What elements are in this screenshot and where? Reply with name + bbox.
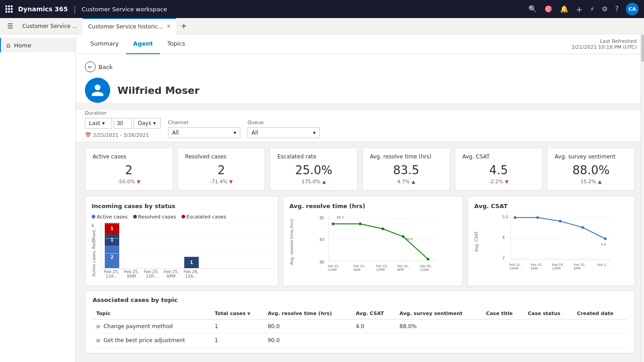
tab-customer-service[interactable]: Customer Service ... xyxy=(17,18,83,34)
svg-text:12AM: 12AM xyxy=(327,268,336,272)
duration-filter: Duration Last ▾ Days ▾ 📅 2/25/2021 - 3/2… xyxy=(85,110,161,138)
col-created-date: Created date xyxy=(574,308,628,320)
resolve-y-label: Avg. resolve time (hrs) xyxy=(289,214,299,269)
cell-sentiment-0: 88.0% xyxy=(396,320,483,334)
svg-point-36 xyxy=(582,226,584,229)
scrollbar-thumb[interactable] xyxy=(641,35,644,62)
chevron-down-icon: ▾ xyxy=(313,130,316,136)
tab-topics[interactable]: Topics xyxy=(160,34,192,54)
col-avg-sentiment: Avg. survey sentiment xyxy=(396,308,483,320)
kpi-change-active: -50.0% ▼ xyxy=(93,179,165,185)
down-arrow-icon: ▼ xyxy=(137,179,140,184)
kpi-survey-sentiment: Avg. survey sentiment 88.0% 15.2% ▲ xyxy=(547,148,635,190)
svg-text:4: 4 xyxy=(503,236,505,240)
associated-cases-table: Associated cases by topic Topic Total ca… xyxy=(85,291,635,353)
scrollbar-track[interactable] xyxy=(640,34,644,362)
svg-text:2: 2 xyxy=(503,256,505,260)
channel-select[interactable]: All ▾ xyxy=(168,127,240,138)
table-row: ⊞ Change payment method 1 80.0 4.0 88.0% xyxy=(93,320,627,334)
svg-text:6AM: 6AM xyxy=(531,267,538,270)
cell-date-0 xyxy=(574,320,628,334)
settings-icon[interactable]: ⚙ xyxy=(602,5,608,13)
agent-detail-header: ← Back Wilfried Moser xyxy=(76,54,644,103)
add-tab-button[interactable]: + xyxy=(176,18,191,34)
kpi-change-sentiment: 15.2% ▲ xyxy=(555,179,627,185)
svg-point-35 xyxy=(559,220,562,223)
back-button[interactable]: ← Back xyxy=(85,61,635,72)
sub-nav-tabs: Summary Agent Topics xyxy=(83,34,192,54)
bar-resolved-4: 1 xyxy=(184,257,199,268)
svg-text:6PM: 6PM xyxy=(574,267,581,270)
user-avatar[interactable]: CA xyxy=(626,3,639,15)
top-nav-icons: 🔍 🎯 🔔 + ⚡ ⚙ ? CA xyxy=(528,3,639,15)
filter-icon[interactable]: ⚡ xyxy=(590,5,595,13)
col-topic: Topic xyxy=(93,308,211,320)
sidebar-item-home[interactable]: ⌂ Home xyxy=(0,38,75,52)
bar-x-labels: Feb 25, 12A... Feb 25, 6AM Feb 25, 12P..… xyxy=(101,269,271,279)
svg-text:Feb 25,: Feb 25, xyxy=(509,263,521,267)
duration-option-select[interactable]: Last ▾ xyxy=(85,118,112,129)
svg-text:Feb 25,: Feb 25, xyxy=(353,265,365,268)
col-case-status: Case status xyxy=(524,308,574,320)
svg-text:Feb 25,: Feb 25, xyxy=(531,263,543,267)
resolve-line xyxy=(333,224,428,259)
target-icon[interactable]: 🎯 xyxy=(544,5,553,13)
bar-y-axis-label: Active cases, Resolved... xyxy=(92,223,100,279)
search-icon[interactable]: 🔍 xyxy=(528,5,537,13)
tab-agent[interactable]: Agent xyxy=(126,34,160,54)
table-row: ⊞ Get the best price adjustment 1 90.0 xyxy=(93,334,627,348)
cell-status-0 xyxy=(524,320,574,334)
col-total-cases[interactable]: Total cases ▼ xyxy=(211,308,264,320)
brand-name: Dynamics 365 | Customer Service workspac… xyxy=(18,5,167,14)
cell-total-1: 1 xyxy=(211,334,264,348)
svg-point-34 xyxy=(537,216,539,219)
add-icon[interactable]: + xyxy=(576,5,583,14)
svg-text:12AM: 12AM xyxy=(509,267,518,270)
cell-date-1 xyxy=(574,334,628,348)
svg-point-11 xyxy=(359,223,361,225)
chevron-down-icon: ▾ xyxy=(233,130,236,136)
svg-text:Feb 2...: Feb 2... xyxy=(597,263,609,267)
duration-controls: Last ▾ Days ▾ xyxy=(85,118,161,129)
resolve-time-svg: 85 83 80 xyxy=(300,214,456,268)
help-icon[interactable]: ? xyxy=(615,5,619,13)
cases-table: Topic Total cases ▼ Avg. resolve time (h… xyxy=(93,308,627,348)
legend-resolved: Resolved cases xyxy=(133,214,176,220)
person-icon xyxy=(90,83,105,97)
bar-group-0: 1 1 2 xyxy=(103,223,121,268)
hamburger-icon[interactable]: ☰ xyxy=(4,19,17,34)
bell-icon[interactable]: 🔔 xyxy=(560,5,569,13)
tab-summary[interactable]: Summary xyxy=(83,34,126,54)
svg-point-37 xyxy=(604,237,607,240)
chart-legend: Active cases Resolved cases Escalated ca… xyxy=(92,214,271,220)
duration-value-input[interactable] xyxy=(114,118,132,129)
svg-text:4.0: 4.0 xyxy=(601,243,606,246)
cell-topic-1: ⊞ Get the best price adjustment xyxy=(93,334,211,348)
kpi-escalated-rate: Escalated rate 25.0% 175.0% ▲ xyxy=(270,148,358,190)
sort-icon: ▼ xyxy=(247,311,251,316)
expand-icon[interactable]: ⊞ xyxy=(96,324,100,329)
agent-avatar xyxy=(85,78,110,103)
chevron-down-icon: ▾ xyxy=(102,120,105,126)
duration-unit-select[interactable]: Days ▾ xyxy=(134,118,161,129)
expand-icon[interactable]: ⊞ xyxy=(96,338,100,343)
close-tab-icon[interactable]: ✕ xyxy=(167,23,171,29)
bar-chart-bars: 4 2 1 1 2 xyxy=(101,223,271,269)
svg-point-10 xyxy=(331,223,334,225)
svg-text:12PM: 12PM xyxy=(552,267,561,270)
tab-historic[interactable]: Customer Service historic... ✕ xyxy=(83,18,176,34)
csat-svg: 5.0 4 2 xyxy=(485,214,628,268)
up-arrow-icon: ▲ xyxy=(411,179,415,184)
col-case-title: Case title xyxy=(482,308,524,320)
bar-group-4: 1 xyxy=(182,257,201,268)
tab-bar: ☰ Customer Service ... Customer Service … xyxy=(0,18,644,34)
content-area: Summary Agent Topics Last Refreshed 3/21… xyxy=(76,34,644,362)
resolve-time-chart: Avg. resolve time (hrs) Avg. resolve tim… xyxy=(283,196,463,286)
app-grid-icon[interactable] xyxy=(5,5,13,13)
svg-text:Feb 26,: Feb 26, xyxy=(420,265,431,268)
kpi-resolve-time: Avg. resolve time (hrs) 83.5 4.7% ▲ xyxy=(362,148,450,190)
svg-text:85: 85 xyxy=(319,216,324,220)
top-navigation: Dynamics 365 | Customer Service workspac… xyxy=(0,0,644,18)
queue-select[interactable]: All ▾ xyxy=(247,127,320,138)
svg-point-33 xyxy=(514,216,517,219)
